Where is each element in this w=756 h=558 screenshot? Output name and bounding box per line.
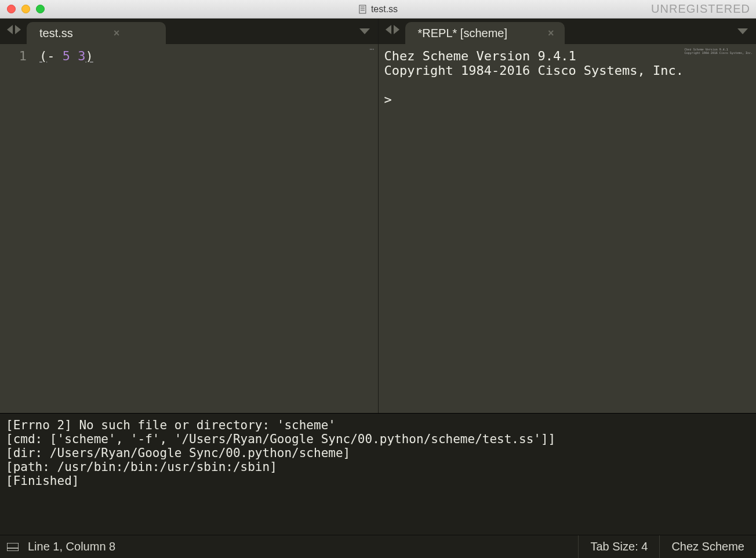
tab-size-selector[interactable]: Tab Size: 4	[578, 535, 659, 558]
tab-history-nav	[383, 19, 405, 44]
minimap-preview: ▪▪▪	[369, 48, 374, 50]
tab-history-nav	[5, 19, 27, 44]
repl-line: Chez Scheme Version 9.4.1	[384, 49, 576, 63]
cursor-position[interactable]: Line 1, Column 8	[26, 540, 115, 553]
minimap-preview: Chez Scheme Version 9.4.1Copyright 1984-…	[685, 48, 753, 55]
syntax-selector[interactable]: Chez Scheme	[659, 535, 756, 558]
repl-prompt: >	[384, 92, 400, 107]
close-tab-icon[interactable]: ×	[548, 27, 554, 39]
close-window-button[interactable]	[7, 5, 16, 13]
status-bar: Line 1, Column 8 Tab Size: 4 Chez Scheme	[0, 535, 756, 558]
tab-test-ss[interactable]: test.ss ×	[27, 22, 166, 44]
line-number: 1	[0, 49, 27, 63]
workspace: test.ss × 1 (- 5 3) ▪▪▪ *REPL* [scheme] …	[0, 19, 756, 413]
build-line: [cmd: ['scheme', '-f', '/Users/Ryan/Goog…	[6, 432, 555, 446]
build-line: [path: /usr/bin:/bin:/usr/sbin:/sbin]	[6, 460, 277, 474]
nav-forward-icon[interactable]	[394, 25, 399, 34]
close-tab-icon[interactable]: ×	[114, 27, 120, 39]
code-body[interactable]: (- 5 3)	[34, 44, 326, 413]
tab-label: *REPL* [scheme]	[418, 27, 508, 40]
title-bar: test.ss UNREGISTERED	[0, 0, 756, 19]
minimap[interactable]: ▪▪▪	[326, 44, 378, 413]
minimize-window-button[interactable]	[21, 5, 30, 13]
svg-rect-0	[359, 5, 366, 13]
tab-bar-right: *REPL* [scheme] ×	[379, 19, 757, 44]
paren-open: (	[39, 49, 47, 63]
svg-rect-4	[7, 543, 19, 551]
panel-switcher-icon[interactable]	[0, 543, 26, 551]
operator: -	[47, 49, 54, 63]
traffic-lights	[0, 5, 45, 13]
window-title: test.ss	[358, 4, 398, 15]
repl-line: Copyright 1984-2016 Cisco Systems, Inc.	[384, 63, 684, 78]
build-output-panel[interactable]: [Errno 2] No such file or directory: 'sc…	[0, 413, 756, 535]
pane-left: test.ss × 1 (- 5 3) ▪▪▪	[0, 19, 379, 413]
tab-bar-left: test.ss ×	[0, 19, 378, 44]
nav-back-icon[interactable]	[7, 25, 13, 34]
nav-forward-icon[interactable]	[15, 25, 21, 34]
window-title-text: test.ss	[371, 4, 398, 15]
build-line: [Errno 2] No such file or directory: 'sc…	[6, 418, 336, 432]
number-literal: 3	[78, 49, 85, 63]
number-literal: 5	[63, 49, 70, 63]
tab-label: test.ss	[39, 27, 73, 40]
repl-body[interactable]: Chez Scheme Version 9.4.1 Copyright 1984…	[379, 44, 757, 413]
unregistered-label: UNREGISTERED	[651, 2, 750, 16]
build-line: [Finished]	[6, 474, 79, 488]
document-icon	[358, 5, 368, 14]
pane-right: *REPL* [scheme] × Chez Scheme Version 9.…	[379, 19, 757, 413]
editor-left[interactable]: 1 (- 5 3) ▪▪▪	[0, 44, 378, 413]
line-gutter: 1	[0, 44, 34, 413]
build-line: [dir: /Users/Ryan/Google Sync/00.python/…	[6, 446, 350, 460]
nav-back-icon[interactable]	[386, 25, 391, 34]
paren-close: )	[86, 49, 93, 63]
tab-dropdown-icon[interactable]	[359, 28, 370, 34]
tab-repl[interactable]: *REPL* [scheme] ×	[405, 22, 565, 44]
zoom-window-button[interactable]	[36, 5, 45, 13]
tab-dropdown-icon[interactable]	[737, 28, 748, 34]
